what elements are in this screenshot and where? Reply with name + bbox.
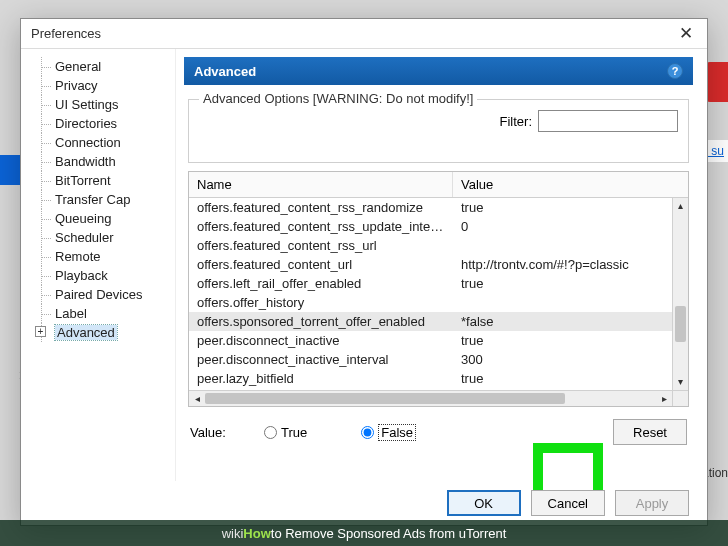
- sidebar-item-connection[interactable]: Connection: [27, 133, 169, 152]
- sidebar-item-label: Scheduler: [55, 230, 114, 245]
- option-row[interactable]: offers.featured_content_urlhttp://trontv…: [189, 255, 672, 274]
- sidebar-item-label: Bandwidth: [55, 154, 116, 169]
- advanced-options-group: Advanced Options [WARNING: Do not modify…: [188, 99, 689, 163]
- sidebar-item-label: Transfer Cap: [55, 192, 130, 207]
- horizontal-scrollbar[interactable]: ◂ ▸: [189, 390, 672, 406]
- wiki-article-title: to Remove Sponsored Ads from uTorrent: [271, 526, 507, 541]
- sidebar-item-label: Directories: [55, 116, 117, 131]
- sidebar-item-directories[interactable]: Directories: [27, 114, 169, 133]
- sidebar-item-privacy[interactable]: Privacy: [27, 76, 169, 95]
- option-name: offers.offer_history: [189, 294, 453, 311]
- sidebar-item-transfer-cap[interactable]: Transfer Cap: [27, 190, 169, 209]
- option-name: offers.sponsored_torrent_offer_enabled: [189, 313, 453, 330]
- option-value: true: [453, 199, 672, 216]
- sidebar-item-label: Remote: [55, 249, 101, 264]
- advanced-panel: Advanced ? Advanced Options [WARNING: Do…: [176, 49, 707, 481]
- cancel-button[interactable]: Cancel: [531, 490, 605, 516]
- category-tree: GeneralPrivacyUI SettingsDirectoriesConn…: [27, 57, 169, 342]
- scroll-left-arrow-icon[interactable]: ◂: [189, 391, 205, 406]
- option-row[interactable]: offers.left_rail_offer_enabledtrue: [189, 274, 672, 293]
- sidebar-item-bittorrent[interactable]: BitTorrent: [27, 171, 169, 190]
- sidebar-item-label: Queueing: [55, 211, 111, 226]
- vscroll-thumb[interactable]: [675, 306, 686, 342]
- sidebar-item-scheduler[interactable]: Scheduler: [27, 228, 169, 247]
- option-name: peer.disconnect_inactive: [189, 332, 453, 349]
- sidebar-item-paired-devices[interactable]: Paired Devices: [27, 285, 169, 304]
- option-value: http://trontv.com/#!?p=classic: [453, 256, 672, 273]
- option-row[interactable]: offers.sponsored_torrent_offer_enabled*f…: [189, 312, 672, 331]
- radio-false[interactable]: False: [361, 424, 416, 441]
- wiki-brand-1: wiki: [222, 526, 244, 541]
- option-row[interactable]: peer.disconnect_inactive_interval300: [189, 350, 672, 369]
- sidebar-item-label[interactable]: Label: [27, 304, 169, 323]
- option-value: [453, 237, 672, 254]
- wikihow-caption-bar: wikiHow to Remove Sponsored Ads from uTo…: [0, 520, 728, 546]
- sidebar-item-label: BitTorrent: [55, 173, 111, 188]
- close-button[interactable]: ✕: [673, 23, 699, 44]
- sidebar-item-label: General: [55, 59, 101, 74]
- reset-button[interactable]: Reset: [613, 419, 687, 445]
- radio-false-label: False: [378, 424, 416, 441]
- category-sidebar: GeneralPrivacyUI SettingsDirectoriesConn…: [21, 49, 176, 481]
- vertical-scrollbar[interactable]: ▴ ▾: [672, 198, 688, 390]
- sidebar-item-label: Playback: [55, 268, 108, 283]
- bg-red-accent: [706, 62, 728, 102]
- option-name: offers.featured_content_url: [189, 256, 453, 273]
- tree-expander-icon[interactable]: +: [35, 326, 46, 337]
- apply-button[interactable]: Apply: [615, 490, 689, 516]
- sidebar-item-playback[interactable]: Playback: [27, 266, 169, 285]
- titlebar: Preferences ✕: [21, 19, 707, 49]
- radio-false-input[interactable]: [361, 426, 374, 439]
- sidebar-item-label: Label: [55, 306, 87, 321]
- sidebar-item-general[interactable]: General: [27, 57, 169, 76]
- col-header-name[interactable]: Name: [189, 172, 453, 197]
- option-name: offers.left_rail_offer_enabled: [189, 275, 453, 292]
- sidebar-item-advanced[interactable]: +Advanced: [27, 323, 169, 342]
- option-value: true: [453, 332, 672, 349]
- sidebar-item-queueing[interactable]: Queueing: [27, 209, 169, 228]
- bg-accent: [0, 155, 20, 185]
- sidebar-item-remote[interactable]: Remote: [27, 247, 169, 266]
- option-row[interactable]: offers.featured_content_rss_update_inter…: [189, 217, 672, 236]
- sidebar-item-label: Advanced: [55, 325, 117, 340]
- ok-button[interactable]: OK: [447, 490, 521, 516]
- help-icon[interactable]: ?: [667, 63, 683, 79]
- group-legend: Advanced Options [WARNING: Do not modify…: [199, 91, 477, 106]
- filter-label: Filter:: [500, 114, 533, 129]
- dialog-title: Preferences: [31, 26, 101, 41]
- sidebar-item-ui-settings[interactable]: UI Settings: [27, 95, 169, 114]
- col-header-value[interactable]: Value: [453, 172, 688, 197]
- radio-true-label: True: [281, 425, 307, 440]
- scroll-down-arrow-icon[interactable]: ▾: [673, 374, 688, 390]
- panel-title: Advanced: [194, 64, 256, 79]
- option-value: true: [453, 275, 672, 292]
- value-editor-row: Value: True False Reset: [190, 419, 687, 445]
- scroll-up-arrow-icon[interactable]: ▴: [673, 198, 688, 214]
- scroll-corner: [672, 390, 688, 406]
- sidebar-item-label: UI Settings: [55, 97, 119, 112]
- option-row[interactable]: offers.featured_content_rss_randomizetru…: [189, 198, 672, 217]
- option-row[interactable]: peer.lazy_bitfieldtrue: [189, 369, 672, 388]
- option-row[interactable]: offers.featured_content_rss_url: [189, 236, 672, 255]
- preferences-dialog: Preferences ✕ GeneralPrivacyUI SettingsD…: [20, 18, 708, 526]
- value-label: Value:: [190, 425, 250, 440]
- panel-header: Advanced ?: [184, 57, 693, 85]
- hscroll-thumb[interactable]: [205, 393, 565, 404]
- dialog-footer: OK Cancel Apply: [21, 481, 707, 525]
- radio-true-input[interactable]: [264, 426, 277, 439]
- option-value: true: [453, 370, 672, 387]
- option-name: offers.featured_content_rss_randomize: [189, 199, 453, 216]
- option-row[interactable]: peer.disconnect_inactivetrue: [189, 331, 672, 350]
- option-name: peer.lazy_bitfield: [189, 370, 453, 387]
- wiki-brand-2: How: [243, 526, 270, 541]
- option-value: [453, 294, 672, 311]
- option-name: offers.featured_content_rss_update_inter…: [189, 218, 453, 235]
- value-radio-group: True False: [264, 424, 416, 441]
- scroll-right-arrow-icon[interactable]: ▸: [656, 391, 672, 406]
- list-rows: offers.featured_content_rss_randomizetru…: [189, 198, 672, 390]
- sidebar-item-bandwidth[interactable]: Bandwidth: [27, 152, 169, 171]
- filter-input[interactable]: [538, 110, 678, 132]
- radio-true[interactable]: True: [264, 425, 307, 440]
- option-row[interactable]: offers.offer_history: [189, 293, 672, 312]
- sidebar-item-label: Paired Devices: [55, 287, 142, 302]
